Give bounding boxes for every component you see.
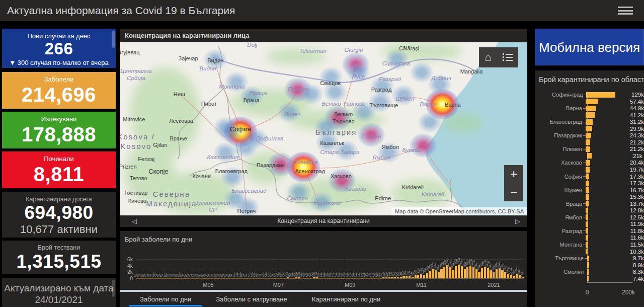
region-row[interactable]: 11.9k [535, 221, 644, 227]
region-bar[interactable] [587, 276, 589, 281]
daily-bar[interactable]: 205 [310, 278, 312, 278]
daily-bar[interactable]: 266 [522, 277, 524, 278]
daily-bar[interactable]: 175 [333, 278, 335, 278]
region-bar[interactable] [586, 167, 590, 173]
daily-bar[interactable]: 3250 [481, 268, 483, 278]
region-row[interactable]: Пазарджик24.3k [535, 132, 644, 138]
daily-bar[interactable]: 125 [255, 278, 257, 278]
daily-bar[interactable]: 355 [388, 277, 390, 278]
region-bar[interactable] [586, 139, 590, 145]
daily-bar[interactable]: 455 [391, 277, 393, 278]
region-row[interactable]: Плевен21.2k [535, 146, 644, 152]
daily-bar[interactable]: 90 [162, 278, 164, 278]
region-row[interactable]: 19.7k [535, 167, 644, 173]
daily-bar[interactable]: 255 [287, 277, 289, 278]
daily-bar[interactable]: 85 [243, 278, 245, 278]
daily-bar[interactable]: 85 [188, 278, 190, 278]
region-bar[interactable] [586, 194, 589, 200]
horizontal-scrollbar[interactable] [120, 290, 527, 292]
tab-active[interactable]: Заболели по дни [129, 293, 202, 306]
card-scrollbar[interactable] [112, 280, 115, 297]
daily-bar[interactable]: 1105 [417, 275, 419, 278]
daily-bar[interactable]: 120 [234, 278, 236, 278]
daily-bar[interactable]: 285 [385, 277, 387, 278]
region-bar[interactable] [587, 262, 589, 268]
region-bar[interactable] [587, 269, 589, 275]
region-row[interactable]: 15.3k [535, 194, 644, 200]
daily-bar[interactable]: 110 [165, 278, 167, 278]
daily-bar[interactable]: 85 [168, 278, 170, 278]
region-row[interactable]: Благоевград31.2k [535, 119, 644, 125]
region-row[interactable]: 41.2k [535, 112, 644, 118]
daily-bar[interactable]: 70 [205, 278, 207, 278]
region-bar[interactable] [586, 214, 589, 220]
daily-bar[interactable]: 135 [336, 278, 338, 278]
region-row[interactable]: 10.3k [535, 249, 644, 255]
daily-bar[interactable]: 705 [409, 276, 411, 278]
daily-bar[interactable]: 225 [379, 278, 381, 278]
daily-bar[interactable]: 110 [269, 278, 271, 278]
region-bar[interactable] [586, 99, 599, 104]
daily-bar[interactable]: 505 [400, 277, 402, 278]
region-row[interactable]: 29.9k [535, 126, 644, 132]
tab-inactive[interactable]: Карантинирани по дни [301, 293, 392, 306]
region-bar[interactable] [586, 208, 589, 213]
daily-bar[interactable]: 2850 [432, 269, 434, 278]
daily-bar[interactable]: 2850 [496, 269, 498, 278]
daily-bar[interactable]: 140 [252, 278, 254, 278]
region-bar[interactable] [586, 249, 588, 254]
daily-bar[interactable]: 90 [200, 278, 202, 278]
daily-bar[interactable]: 55 [194, 278, 196, 278]
daily-bar[interactable]: 70 [185, 278, 187, 278]
daily-bar[interactable]: 45 [229, 278, 231, 278]
legend-list-icon[interactable] [503, 53, 513, 61]
region-row[interactable]: 8.9k [535, 262, 644, 268]
region-row[interactable]: 11.6k [535, 235, 644, 241]
region-bar[interactable] [586, 235, 588, 241]
daily-bar[interactable]: 3950 [469, 266, 471, 278]
region-row[interactable]: Хасково20.4k [535, 160, 644, 166]
daily-bar[interactable]: 185 [348, 278, 350, 278]
daily-bar[interactable]: 280 [298, 277, 300, 278]
daily-bar[interactable]: 180 [281, 278, 283, 278]
daily-bar[interactable]: 185 [304, 278, 306, 278]
daily-bar[interactable]: 3450 [466, 267, 468, 278]
daily-bar[interactable]: 115 [275, 278, 277, 278]
daily-bar[interactable]: 2050 [478, 272, 480, 278]
daily-bar[interactable]: 255 [382, 277, 384, 278]
daily-bar[interactable]: 60 [246, 278, 248, 278]
region-bar[interactable] [586, 112, 595, 118]
region-row[interactable]: Враца13.7k [535, 201, 644, 207]
region-bar[interactable] [587, 256, 589, 261]
daily-bar[interactable]: 140 [278, 278, 280, 278]
zoom-in-button[interactable]: + [504, 165, 523, 183]
daily-bar[interactable]: 100 [153, 278, 155, 278]
home-icon[interactable]: ⌂ [485, 52, 491, 63]
daily-bar[interactable]: 175 [371, 278, 373, 278]
daily-bar[interactable]: 80 [203, 278, 205, 278]
daily-bar[interactable]: 75 [261, 278, 263, 278]
region-row[interactable]: 7.4k [535, 276, 644, 282]
daily-bar[interactable]: 115 [362, 278, 364, 278]
region-bar[interactable] [586, 187, 589, 193]
daily-bar[interactable]: 195 [318, 278, 320, 278]
daily-bar[interactable]: 55 [217, 278, 219, 278]
region-row[interactable]: Ямбол12.5k [535, 214, 644, 220]
region-bar[interactable] [586, 106, 596, 111]
region-bar[interactable] [586, 160, 590, 166]
daily-bar[interactable]: 120 [179, 278, 181, 278]
daily-bar[interactable]: 2650 [452, 270, 454, 278]
region-bar[interactable] [586, 221, 588, 227]
daily-bar[interactable]: 145 [359, 278, 361, 278]
tab-inactive[interactable]: Заболели с натрупване [205, 293, 298, 306]
daily-bar[interactable]: 145 [237, 278, 239, 278]
daily-bar[interactable]: 105 [240, 278, 243, 278]
daily-bar[interactable]: 240 [315, 277, 317, 278]
daily-bar[interactable]: 205 [290, 278, 292, 278]
daily-bar[interactable]: 155 [307, 278, 309, 278]
daily-bar[interactable]: 80 [150, 278, 152, 278]
region-row[interactable]: 12.8k [535, 207, 644, 213]
daily-bar[interactable]: 45 [208, 278, 210, 278]
daily-bar[interactable]: 65 [226, 278, 228, 278]
region-bar[interactable] [586, 126, 592, 131]
